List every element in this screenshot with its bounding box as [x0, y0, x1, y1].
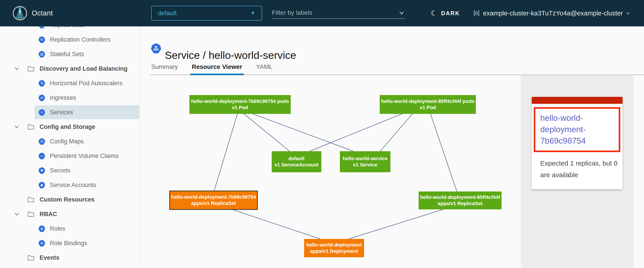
node-name: hello-world-deployment-7b69c98754 pods [191, 98, 289, 104]
graph-edge-pod-85ff4cf44f--replicaset-85ff4cf44f [430, 114, 457, 192]
resource-link[interactable]: hello-world-deployment-7b69c98754 [540, 112, 616, 146]
replication-controllers-icon: ↻ [38, 36, 45, 43]
graph-node-service-hello-world-service[interactable]: hello-world-servicev1 Service [340, 151, 390, 172]
sidebar-item-services[interactable]: ⌗Services [0, 105, 139, 119]
sidebar-item-config-and-storage[interactable]: Config and Storage [0, 120, 139, 134]
node-kind: v1 Pod [420, 104, 436, 111]
service-accounts-icon: ◉ [38, 182, 45, 188]
folder-icon [27, 196, 34, 203]
cluster-label: example-cluster-ka3TuTzYo4a@example-clus… [483, 10, 623, 17]
sidebar-item-label: Role Bindings [50, 240, 87, 247]
sidebar-item-replication-controllers[interactable]: ↻Replication Controllers [0, 33, 139, 46]
octant-logo-icon [12, 5, 28, 21]
folder-icon [27, 66, 34, 72]
page-title: Service / hello-world-service [165, 49, 296, 61]
graph-node-replicaset-85ff4cf44f[interactable]: hello-world-deployment-85ff4cf44fapps/v1… [418, 192, 502, 210]
sidebar-item-role-bindings[interactable]: ⊕Role Bindings [0, 236, 139, 250]
alert-title-box: hello-world-deployment-7b69c98754 [534, 107, 620, 152]
node-name: hello-world-deployment-7b69c98754 [171, 194, 256, 200]
tab-summary[interactable]: Summary [151, 63, 178, 74]
sidebar-item-ingresses[interactable]: ⇄Ingresses [0, 91, 139, 105]
graph-edge-replicaset-7b69c98754--deployment-hello-world [232, 210, 320, 239]
sidebar-item-replica-sets[interactable]: ▣Replica Sets [0, 26, 139, 32]
alert-card: hello-world-deployment-7b69c98754 Expect… [532, 97, 622, 189]
node-kind: v1 ServiceAccount [274, 162, 319, 168]
sidebar-item-label: Stateful Sets [50, 51, 84, 58]
caret-down-icon[interactable] [14, 124, 20, 130]
sidebar-item-stateful-sets[interactable]: ▤Stateful Sets [0, 47, 139, 61]
folder-icon [27, 254, 34, 261]
sidebar-item-label: Replication Controllers [50, 36, 111, 43]
stateful-sets-icon: ▤ [38, 51, 45, 58]
node-name: hello-world-service [343, 156, 388, 162]
graph-node-replicaset-7b69c98754[interactable]: hello-world-deployment-7b69c98754apps/v1… [169, 190, 258, 210]
dropdown-caret-icon: ▼ [250, 10, 255, 16]
roles-icon: ◈ [38, 225, 45, 232]
graph-edge-pod-7b69c98754--service-hello-world-service [252, 114, 353, 151]
node-name: default [288, 156, 304, 162]
graph-edge-pod-85ff4cf44f--serviceaccount-default [310, 114, 402, 151]
sidebar-item-label: Config and Storage [40, 124, 95, 130]
sidebar-item-label: Horizontal Pod Autoscalers [50, 80, 122, 87]
graph-edge-pod-7b69c98754--replicaset-7b69c98754 [214, 114, 238, 190]
label-filter-input[interactable]: Filter by labels [272, 7, 405, 19]
detail-panel: hello-world-deployment-7b69c98754 Expect… [521, 75, 634, 268]
folder-icon [27, 211, 34, 217]
graph-node-serviceaccount-default[interactable]: defaultv1 ServiceAccount [272, 151, 321, 172]
sidebar-item-rbac[interactable]: RBAC [0, 207, 139, 221]
sidebar-item-discovery-and-load-balancing[interactable]: Discovery and Load Balancing [0, 62, 139, 76]
services-icon: ⌗ [38, 109, 45, 116]
node-kind: apps/v1 ReplicaSet [191, 200, 236, 206]
cluster-selector[interactable]: example-cluster-ka3TuTzYo4a@example-clus… [473, 0, 630, 26]
persistent-volume-claims-icon: ▱ [38, 152, 45, 159]
chevron-down-icon [398, 10, 405, 16]
node-kind: apps/v1 ReplicaSet [438, 200, 482, 207]
sidebar-item-secrets[interactable]: ✱Secrets [0, 164, 139, 178]
tab-yaml[interactable]: YAML [256, 63, 272, 74]
graph-edge-pod-85ff4cf44f--service-hello-world-service [380, 114, 412, 151]
sidebar-nav: ▣Replica Sets↻Replication Controllers▤St… [0, 26, 140, 268]
sidebar-item-config-maps[interactable]: ☰Config Maps [0, 134, 139, 148]
cluster-chevron-down-icon [626, 11, 630, 16]
sidebar-item-service-accounts[interactable]: ◉Service Accounts [0, 178, 139, 192]
sidebar-item-label: Events [40, 254, 60, 261]
namespace-value: default [158, 10, 177, 17]
sidebar-item-label: Secrets [50, 167, 70, 174]
sidebar-item-label: Persistent Volume Claims [50, 152, 119, 160]
tab-bar: SummaryResource ViewerYAML [151, 63, 272, 74]
moon-icon: ☾ [431, 10, 438, 17]
node-kind: v1 Pod [232, 104, 248, 111]
theme-toggle-label: DARK [441, 10, 460, 16]
sidebar-item-horizontal-pod-autoscalers[interactable]: ⇅Horizontal Pod Autoscalers [0, 76, 139, 90]
graph-node-pod-7b69c98754[interactable]: hello-world-deployment-7b69c98754 podsv1… [190, 95, 291, 114]
replica-sets-icon: ▣ [38, 26, 45, 28]
sidebar-item-label: Services [50, 109, 73, 116]
app-title: Octant [32, 9, 53, 17]
sidebar-item-persistent-volume-claims[interactable]: ▱Persistent Volume Claims [0, 149, 139, 163]
folder-icon [27, 124, 34, 130]
ingresses-icon: ⇄ [38, 94, 45, 101]
node-name: hello-world-deployment-85ff4cf44f [420, 194, 500, 200]
service-icon [151, 43, 161, 54]
filter-placeholder: Filter by labels [272, 9, 312, 16]
alert-message: Expected 1 replicas, but 0 are available [532, 158, 622, 181]
sidebar-item-custom-resources[interactable]: Custom Resources [0, 192, 139, 206]
namespace-dropdown[interactable]: default ▼ [151, 6, 262, 20]
sidebar-item-label: Service Accounts [50, 182, 96, 188]
secrets-icon: ✱ [38, 167, 45, 174]
graph-node-deployment-hello-world[interactable]: hello-world-deploymentapps/v1 Deployment [304, 239, 364, 257]
role-bindings-icon: ⊕ [38, 240, 45, 246]
graph-edge-pod-7b69c98754--serviceaccount-default [244, 114, 290, 151]
caret-down-icon[interactable] [14, 66, 20, 72]
graph-node-pod-85ff4cf44f[interactable]: hello-world-deployment-85ff4cf44f podsv1… [380, 95, 476, 114]
tab-resource-viewer[interactable]: Resource Viewer [192, 63, 242, 74]
sidebar-item-label: Replica Sets [50, 26, 84, 29]
sidebar-item-label: Config Maps [50, 138, 84, 145]
theme-toggle[interactable]: ☾ DARK [431, 0, 460, 26]
caret-down-icon[interactable] [14, 211, 20, 217]
sidebar-item-roles[interactable]: ◈Roles [0, 222, 139, 236]
node-kind: v1 Service [353, 162, 378, 168]
sidebar-item-events[interactable]: Events [0, 251, 139, 265]
cluster-icon [473, 10, 480, 16]
node-name: hello-world-deployment-85ff4cf44f pods [381, 98, 474, 104]
